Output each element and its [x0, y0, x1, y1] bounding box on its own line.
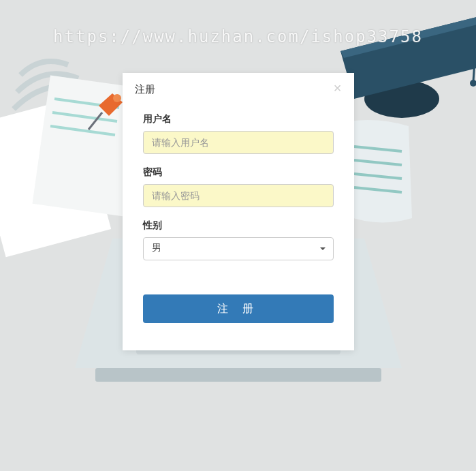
modal-body: 用户名 密码 性别 男 注 册: [123, 106, 354, 350]
password-group: 密码: [143, 166, 334, 207]
register-button[interactable]: 注 册: [143, 294, 334, 323]
close-icon[interactable]: ×: [331, 81, 345, 95]
modal-header: 注册 ×: [123, 73, 354, 106]
username-label: 用户名: [143, 113, 334, 125]
gender-group: 性别 男: [143, 219, 334, 260]
svg-point-13: [113, 94, 121, 102]
password-input[interactable]: [143, 184, 334, 207]
svg-rect-0: [95, 368, 381, 382]
gender-select-wrapper[interactable]: 男: [143, 237, 334, 260]
username-input[interactable]: [143, 131, 334, 154]
gender-select[interactable]: 男: [143, 237, 334, 260]
gender-label: 性别: [143, 219, 334, 232]
register-modal: 注册 × 用户名 密码 性别 男 注 册: [123, 73, 354, 350]
watermark-text: https://www.huzhan.com/ishop33758: [53, 27, 423, 46]
username-group: 用户名: [143, 113, 334, 154]
password-label: 密码: [143, 166, 334, 179]
modal-title: 注册: [135, 83, 155, 95]
svg-point-22: [470, 80, 476, 87]
